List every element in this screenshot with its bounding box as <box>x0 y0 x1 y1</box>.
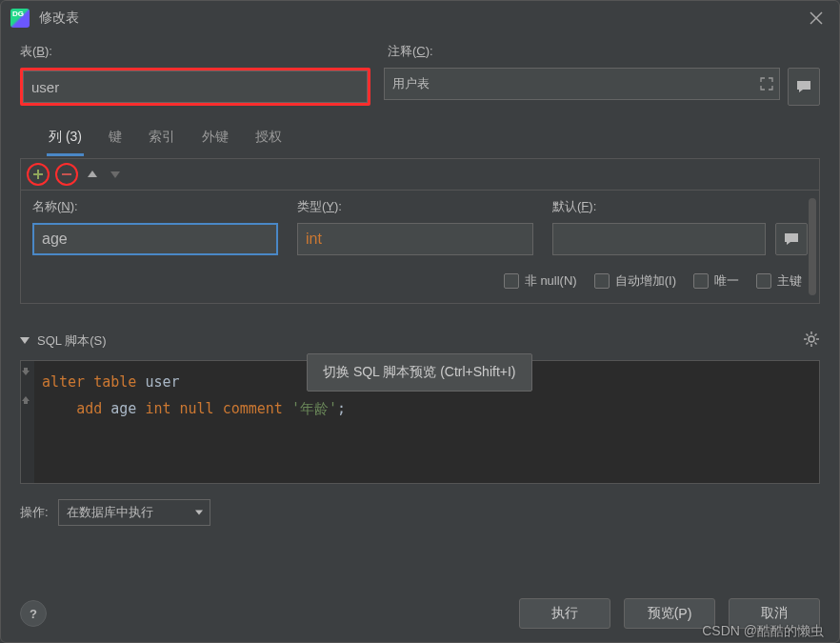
sql-editor[interactable]: 切换 SQL 脚本预览 (Ctrl+Shift+I) alter table u… <box>20 360 820 484</box>
columns-toolbar <box>21 159 819 190</box>
column-name-label: 名称(N): <box>32 198 278 215</box>
column-type-input[interactable] <box>297 223 533 255</box>
table-name-label: 表(B): <box>20 43 370 60</box>
table-name-input[interactable] <box>23 70 368 103</box>
expand-icon[interactable] <box>760 77 773 90</box>
svg-marker-6 <box>110 171 120 178</box>
tab-indexes[interactable]: 索引 <box>147 125 177 156</box>
move-down-button[interactable] <box>107 166 124 183</box>
comment-value: 用户表 <box>392 75 430 92</box>
comment-label: 注释(C): <box>388 43 820 60</box>
table-name-highlight <box>20 68 370 106</box>
ops-label: 操作: <box>20 504 49 521</box>
columns-panel: 名称(N): 类型(Y): 默认(F): <box>20 158 820 304</box>
svg-marker-5 <box>88 171 97 177</box>
execute-button[interactable]: 执行 <box>519 598 610 629</box>
tabs: 列 (3) 键 索引 外键 授权 <box>20 125 820 156</box>
close-button[interactable] <box>803 5 830 31</box>
column-type-label: 类型(Y): <box>297 198 533 215</box>
tab-keys[interactable]: 键 <box>107 125 124 156</box>
comment-dialog-button[interactable] <box>788 68 820 106</box>
column-default-label: 默认(F): <box>552 198 808 215</box>
app-icon: DG <box>10 9 30 28</box>
watermark: CSDN @酷酷的懒虫 <box>702 623 824 640</box>
window-title: 修改表 <box>39 10 803 27</box>
sql-settings-button[interactable] <box>803 331 820 351</box>
svg-line-14 <box>807 343 809 345</box>
ops-selected: 在数据库中执行 <box>67 504 153 521</box>
column-default-input[interactable] <box>552 223 766 255</box>
modify-table-dialog: DG 修改表 表(B): 注释(C): 用户表 <box>0 0 840 643</box>
tab-foreign-keys[interactable]: 外键 <box>200 125 230 156</box>
sql-tooltip: 切换 SQL 脚本预览 (Ctrl+Shift+I) <box>307 353 532 392</box>
sql-line-2: add age int null comment '年龄'; <box>42 395 819 422</box>
titlebar: DG 修改表 <box>1 1 839 35</box>
default-dialog-button[interactable] <box>775 223 808 255</box>
autoincrement-checkbox[interactable]: 自动增加(I) <box>594 272 676 290</box>
move-up-button[interactable] <box>84 166 101 183</box>
svg-point-7 <box>809 336 814 342</box>
notnull-checkbox[interactable]: 非 null(N) <box>504 272 577 290</box>
panel-scrollbar[interactable] <box>809 198 816 295</box>
sql-section-header[interactable]: SQL 脚本(S) <box>20 331 820 351</box>
tab-grants[interactable]: 授权 <box>253 125 284 156</box>
help-button[interactable]: ? <box>20 600 47 627</box>
unique-checkbox[interactable]: 唯一 <box>693 272 739 290</box>
tab-columns[interactable]: 列 (3) <box>47 125 84 156</box>
primarykey-checkbox[interactable]: 主键 <box>756 272 802 290</box>
add-column-button[interactable] <box>27 163 50 186</box>
column-name-input[interactable] <box>32 223 278 255</box>
svg-line-13 <box>815 343 817 345</box>
svg-line-15 <box>815 334 817 336</box>
editor-gutter <box>21 361 34 483</box>
collapse-icon <box>20 337 30 344</box>
sql-header-label: SQL 脚本(S) <box>37 332 107 350</box>
ops-dropdown[interactable]: 在数据库中执行 <box>58 499 210 526</box>
comment-input[interactable]: 用户表 <box>384 68 780 100</box>
remove-column-button[interactable] <box>55 163 78 186</box>
svg-line-12 <box>807 334 809 336</box>
